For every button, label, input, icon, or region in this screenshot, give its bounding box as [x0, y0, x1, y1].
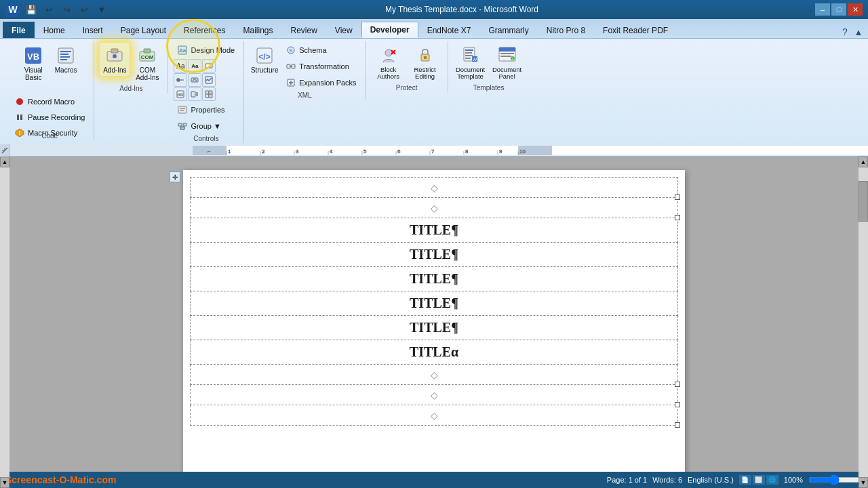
view-print-btn[interactable]: 📄 [739, 475, 751, 485]
title-row-5[interactable]: TITLE¶ [191, 316, 678, 340]
add-ins-button[interactable]: Add-Ins [100, 43, 130, 76]
structure-button[interactable]: </> Structure [250, 43, 279, 76]
table-move-handle[interactable]: ✛ [170, 171, 180, 182]
svg-rect-60 [465, 52, 472, 54]
close-button[interactable]: ✕ [848, 3, 863, 16]
word-count: Words: 6 [652, 476, 682, 484]
tab-review[interactable]: Review [281, 22, 326, 38]
tab-developer[interactable]: Developer [361, 22, 418, 38]
visual-basic-button[interactable]: VB VisualBasic [18, 43, 48, 83]
scroll-down-btn[interactable]: ▼ [0, 477, 9, 488]
svg-point-7 [16, 98, 23, 105]
tab-file[interactable]: File [3, 22, 35, 38]
schema-label: Schema [299, 46, 326, 54]
scroll-up-btn[interactable]: ▲ [0, 157, 9, 167]
visual-basic-label: VisualBasic [24, 66, 43, 81]
title-row-1[interactable]: TITLE¶ [191, 218, 678, 243]
title-row-2[interactable]: TITLE¶ [191, 243, 678, 267]
ctrl-btn-4[interactable] [174, 73, 187, 87]
ctrl-btn-9[interactable] [202, 87, 216, 101]
ctrl-btn-2[interactable]: Aa [188, 59, 201, 73]
customize-qa-button[interactable]: ▼ [95, 3, 108, 16]
ctrl-btn-7[interactable]: ab [174, 87, 187, 101]
ctrl-btn-5[interactable] [188, 73, 201, 87]
title-row-6[interactable]: TITLEα [191, 340, 678, 365]
tab-nitro[interactable]: Nitro Pro 8 [538, 22, 594, 38]
resize-handle[interactable] [675, 422, 680, 428]
group-icon [177, 121, 188, 131]
properties-icon [177, 104, 188, 115]
view-full-btn[interactable]: ⬜ [753, 475, 765, 485]
vscroll-thumb[interactable] [859, 181, 868, 222]
svg-rect-16 [144, 49, 151, 53]
svg-text:8: 8 [465, 148, 469, 155]
undo-button[interactable]: ↩ [42, 3, 56, 16]
svg-text:5: 5 [363, 148, 367, 155]
svg-rect-34 [209, 91, 212, 94]
structure-icon: </> [254, 45, 275, 66]
document-area[interactable]: ▲ ▼ ✛ ◇ ◇ [0, 157, 868, 488]
tab-foxit[interactable]: Foxit Reader PDF [594, 22, 677, 38]
svg-text:⌐: ⌐ [208, 148, 211, 155]
tab-endnote[interactable]: EndNote X7 [418, 22, 480, 38]
undo-arrow-button[interactable]: ↪ [60, 3, 73, 16]
document-template-button[interactable]: W DocumentTemplate [454, 43, 488, 83]
record-macro-button[interactable]: Record Macro [11, 94, 88, 109]
ribbon-toggle[interactable]: ▲ [852, 26, 865, 38]
properties-button[interactable]: Properties [174, 102, 238, 117]
add-ins-label: Add-Ins [103, 66, 126, 74]
document-table: ◇ ◇ TITLE¶ TITLE¶ [190, 177, 678, 426]
record-macro-icon [14, 96, 25, 107]
tab-page-layout[interactable]: Page Layout [112, 22, 175, 38]
com-add-ins-button[interactable]: COM COMAdd-Ins [132, 43, 162, 83]
tab-references[interactable]: References [175, 22, 234, 38]
tab-mailings[interactable]: Mailings [234, 22, 281, 38]
view-web-btn[interactable]: 🌐 [766, 475, 778, 485]
tab-view[interactable]: View [326, 22, 361, 38]
restrict-editing-button[interactable]: RestrictEditing [408, 43, 442, 83]
ctrl-btn-1[interactable]: Aa [174, 59, 187, 73]
minimize-button[interactable]: – [815, 3, 830, 16]
group-label: Group ▼ [191, 122, 221, 130]
block-authors-button[interactable]: BlockAuthors [372, 43, 406, 83]
design-mode-icon: Aa [177, 45, 188, 56]
tab-grammarly[interactable]: Grammarly [479, 22, 537, 38]
svg-rect-41 [183, 123, 186, 126]
ctrl-btn-6[interactable] [202, 73, 216, 87]
group-button[interactable]: Group ▼ [174, 119, 238, 134]
svg-text:2: 2 [262, 148, 265, 155]
restrict-editing-label: RestrictEditing [414, 66, 436, 81]
svg-rect-42 [180, 127, 184, 129]
save-button[interactable]: 💾 [24, 3, 38, 16]
help-button[interactable]: ? [838, 26, 852, 38]
redo-button[interactable]: ↩ [77, 3, 91, 16]
maximize-button[interactable]: □ [831, 3, 846, 16]
schema-button[interactable]: S Schema [282, 43, 359, 58]
design-mode-button[interactable]: Aa Design Mode [174, 43, 238, 58]
ribbon-content: VB VisualBasic Macros Record Macro [0, 38, 868, 144]
pause-recording-button[interactable]: Pause Recording [11, 110, 88, 125]
vscroll-up-btn[interactable]: ▲ [859, 157, 868, 167]
macros-button[interactable]: Macros [51, 43, 81, 76]
protect-group-label: Protect [366, 84, 448, 92]
expansion-packs-button[interactable]: Expansion Packs [282, 75, 359, 90]
svg-text:</>: </> [259, 52, 271, 62]
svg-text:Aa: Aa [179, 47, 186, 54]
document-panel-button[interactable]: i DocumentPanel [490, 43, 524, 83]
svg-rect-47 [287, 64, 290, 68]
tab-home[interactable]: Home [35, 22, 74, 38]
vscroll-down-btn[interactable]: ▼ [859, 477, 868, 488]
transformation-button[interactable]: Transformation [282, 59, 359, 74]
ctrl-btn-3[interactable] [202, 59, 216, 73]
title-row-3[interactable]: TITLE¶ [191, 267, 678, 291]
table-row: ◇ [191, 178, 678, 198]
title-row-4[interactable]: TITLE¶ [191, 291, 678, 316]
zoom-slider[interactable] [808, 476, 863, 483]
window-controls: – □ ✕ [815, 3, 863, 16]
svg-text:9: 9 [499, 148, 502, 155]
ctrl-btn-8[interactable] [188, 87, 201, 101]
tab-insert[interactable]: Insert [74, 22, 112, 38]
code-group: VB VisualBasic Macros Record Macro [5, 41, 94, 140]
svg-text:VB: VB [27, 52, 39, 62]
document-panel-icon: i [496, 45, 518, 66]
